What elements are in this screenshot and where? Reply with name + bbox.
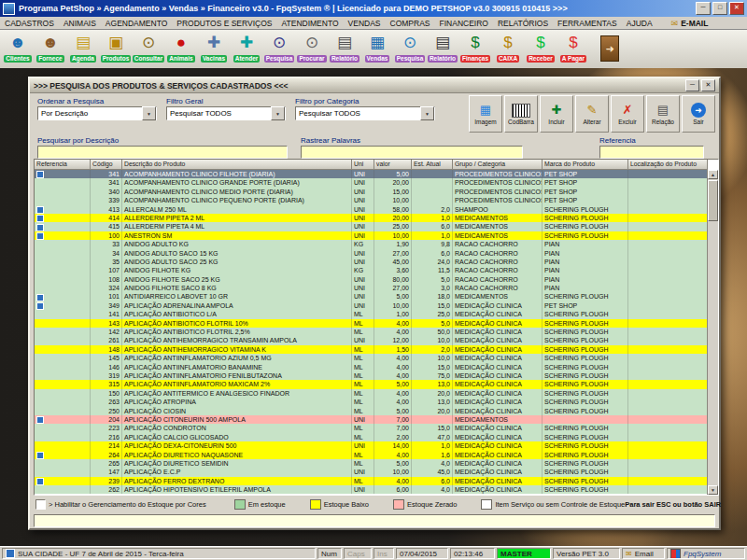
- menu-item-ferramentas[interactable]: FERRAMENTAS: [553, 19, 622, 28]
- action-button-imagem[interactable]: ▦Imagem: [469, 95, 502, 133]
- action-button-codbarra[interactable]: CodBarra: [504, 95, 538, 133]
- table-row[interactable]: 339ACOMPANHAMENTO CLINICO PEQUENO PORTE …: [35, 196, 718, 204]
- table-row[interactable]: 415ALLERDERM PIPETA 4 MLUNI25,006,0MEDIC…: [35, 222, 718, 231]
- table-row[interactable]: 216APLICAÇÃO CALCIO GLICOSADOML2,0047,0M…: [35, 433, 718, 441]
- table-row[interactable]: 261APLICAÇÃO ANTIHEMORRAGICO TRANSAMIN A…: [35, 336, 718, 344]
- menu-item-vendas[interactable]: VENDAS: [344, 19, 386, 28]
- menu-item-cadastros[interactable]: CADASTROS: [0, 19, 59, 28]
- table-row[interactable]: 107ANIDOG FILHOTE KGKG3,6011,5RACAO CACH…: [35, 266, 718, 274]
- toolbar-button-financas[interactable]: $Finanças: [459, 31, 491, 68]
- chevron-down-icon[interactable]: ▼: [142, 106, 156, 120]
- action-button-sair[interactable]: ➜Sair: [682, 95, 715, 133]
- table-row[interactable]: 341ACOMPANHAMENTO CLINICO FILHOTE (DIARI…: [35, 170, 718, 178]
- menu-item-animais[interactable]: ANIMAIS: [59, 19, 101, 28]
- table-row[interactable]: 414ALLERDERM PIPETA 2 MLUNI20,001,0MEDIC…: [35, 214, 718, 222]
- status-panel-email[interactable]: ✉Email: [622, 548, 665, 559]
- table-row[interactable]: 148APLICAÇÃO ANTIHEMORRAGICO VITAMINA KM…: [35, 345, 718, 354]
- table-row[interactable]: 147APLICAÇÃO E.C.PUNI10,0045,0MEDICAÇÃO …: [35, 468, 718, 476]
- table-row[interactable]: 34ANIDOG ADULTO SACO 15 KGUNI27,006,0RAC…: [35, 249, 718, 258]
- table-row[interactable]: 143APLICAÇÃO ANTIBIOTICO FLOTRIL 10%ML4,…: [35, 319, 718, 328]
- table-row[interactable]: 145APLICAÇÃO ANTIINFLAMATORIO AZIUM 0,5 …: [35, 354, 718, 362]
- menu-item-atendimento[interactable]: ATENDIMENTO: [276, 19, 343, 28]
- toolbar-button-pesquisa[interactable]: ⊙Pesquisa: [263, 31, 295, 68]
- table-row[interactable]: 33ANIDOG ADULTO KGKG1,909,8RACAO CACHORR…: [35, 240, 718, 248]
- menu-item-financeiro[interactable]: FINANCEIRO: [435, 19, 493, 28]
- table-row[interactable]: 150APLICAÇÃO ANTITERMICO E ANALGESICO FI…: [35, 389, 718, 398]
- column-header-uni[interactable]: Uni: [352, 160, 374, 170]
- toolbar-button-pesquisa[interactable]: ⊙Pesquisa: [394, 31, 426, 68]
- toolbar-button-sair[interactable]: ➜: [596, 31, 624, 66]
- toolbar-button-atender[interactable]: ✚Atender: [231, 31, 262, 68]
- column-header-localizacao-do-produto[interactable]: Localização do Produto: [628, 160, 708, 170]
- toolbar-button-clientes[interactable]: ☻Clientes: [2, 31, 34, 68]
- toolbar-button-produtos[interactable]: ▣Produtos: [100, 31, 132, 68]
- close-button[interactable]: ✕: [729, 2, 744, 15]
- table-row[interactable]: 35ANIDOG ADULTO SACO 25 KGUNI45,0024,0RA…: [35, 258, 718, 266]
- menu-item-agendamento[interactable]: AGENDAMENTO: [101, 19, 172, 28]
- table-row[interactable]: 262APLICAÇÃO HIPOTENSIVO ETILEFRIL AMPOL…: [35, 485, 718, 494]
- table-row[interactable]: 250APLICAÇÃO CIOSINML5,0020,0MEDICAÇÃO C…: [35, 407, 718, 415]
- minimize-button[interactable]: ─: [696, 2, 711, 15]
- chevron-down-icon[interactable]: ▼: [271, 106, 285, 120]
- dialog-close-button[interactable]: ✕: [701, 79, 715, 91]
- table-row[interactable]: 108ANIDOG FILHOTE SACO 25 KGUNI80,005,0R…: [35, 275, 718, 284]
- table-row[interactable]: 214APLICAÇÃO DEXA-CITONEURIN 500UNI14,00…: [35, 441, 718, 450]
- toolbar-button-procurar[interactable]: ⊙Procurar: [296, 31, 328, 68]
- action-button-excluir[interactable]: ✗Excluir: [611, 95, 644, 133]
- table-row[interactable]: 341ACOMPANHAMENTO CLINICO GRANDE PORTE (…: [35, 178, 718, 187]
- scroll-up-icon[interactable]: ▲: [708, 170, 718, 179]
- table-row[interactable]: 239APLICAÇÃO FERRO DEXTRANOML4,006,0MEDI…: [35, 477, 718, 485]
- dialog-minimize-button[interactable]: ─: [685, 79, 699, 91]
- column-header-referencia[interactable]: Referencia: [35, 160, 91, 170]
- scrollbar-thumb[interactable]: [708, 180, 718, 221]
- table-row[interactable]: 265APLICAÇÃO DIURETICO SEMIDINML5,004,0M…: [35, 459, 718, 468]
- table-row[interactable]: 340ACOMPANHAMENTO CLINICO MEDIO PORTE (D…: [35, 188, 718, 196]
- description-search-input[interactable]: [37, 146, 288, 159]
- toolbar-button-vendas[interactable]: ▦Vendas: [361, 31, 393, 68]
- chevron-down-icon[interactable]: ▼: [420, 106, 434, 120]
- toolbar-button-caixa[interactable]: $CAIXA: [492, 31, 524, 68]
- table-row[interactable]: 319APLICAÇÃO ANTIINFLAMATORIO FENILBUTAZ…: [35, 371, 718, 380]
- toolbar-button-a-pagar[interactable]: $A Pagar: [557, 31, 589, 68]
- toolbar-button-animais[interactable]: ●Animais: [165, 31, 197, 68]
- table-row[interactable]: 100ANESTRON SMUNI10,001,0MEDICAMENTOSSCH…: [35, 231, 718, 240]
- action-button-alterar[interactable]: ✎Alterar: [575, 95, 609, 133]
- table-row[interactable]: 315APLICAÇÃO ANTIINFLAMATORIO MAXICAM 2%…: [35, 380, 718, 388]
- stock-colors-checkbox[interactable]: [35, 499, 46, 510]
- table-row[interactable]: 204APLICAÇÃO CITONEURIN 500 AMPOLAUNI7,0…: [35, 415, 718, 424]
- toolbar-button-fornece[interactable]: ☻Fornece: [35, 31, 66, 68]
- table-row[interactable]: 141APLICAÇÃO ANTIBIOTICO L/AML1,0025,0ME…: [35, 310, 718, 318]
- column-header-marca-do-produto[interactable]: Marca do Produto: [543, 160, 628, 170]
- toolbar-button-relatorio[interactable]: ▤Relatório: [427, 31, 458, 68]
- reference-input[interactable]: [599, 146, 704, 159]
- general-filter-select[interactable]: Pesquisar TODOS ▼: [166, 106, 286, 120]
- word-track-input[interactable]: [301, 146, 523, 159]
- category-filter-select[interactable]: Pesquisar TODOS ▼: [295, 106, 435, 120]
- action-button-incluir[interactable]: ✚Incluir: [540, 95, 573, 133]
- order-filter-select[interactable]: Por Descrição ▼: [37, 106, 157, 120]
- menu-item-produtos-e-servicos[interactable]: PRODUTOS E SERVIÇOS: [172, 19, 276, 28]
- table-row[interactable]: 324ANIDOG FILHOTE SACO 8 KGUNI27,003,0RA…: [35, 284, 718, 292]
- toolbar-button-receber[interactable]: $Receber: [525, 31, 557, 68]
- menu-item-compras[interactable]: COMPRAS: [386, 19, 435, 28]
- column-header-descricao-do-produto[interactable]: Descrição do Produto: [122, 160, 352, 170]
- table-row[interactable]: 264APLICAÇÃO DIURETICO NAQUASONEML4,001,…: [35, 451, 718, 459]
- maximize-button[interactable]: □: [712, 2, 727, 15]
- column-header-valor[interactable]: valor: [374, 160, 412, 170]
- table-row[interactable]: 349APLICAÇÃO ADRENALINA AMPOLAUNI10,0015…: [35, 301, 718, 310]
- menu-email[interactable]: ✉E-MAIL: [667, 19, 713, 28]
- toolbar-button-vacinas[interactable]: ✚Vacinas: [198, 31, 230, 68]
- menu-item-relatorios[interactable]: RELATÓRIOS: [493, 19, 553, 28]
- table-row[interactable]: 146APLICAÇÃO ANTIINFLAMATORIO BANAMINEML…: [35, 363, 718, 371]
- column-header-grupo-categoria[interactable]: Grupo / Categoria: [453, 160, 543, 170]
- table-row[interactable]: 413ALLERCALM 250 MLUNI58,002,0SHAMPOOSCH…: [35, 205, 718, 214]
- table-row[interactable]: 223APLICAÇÃO CONDROTONML7,0015,0MEDICAÇÃ…: [35, 424, 718, 432]
- table-row[interactable]: 101ANTIDIARREICO LABOVET 10 GRUNI5,0018,…: [35, 292, 718, 301]
- table-row[interactable]: 142APLICAÇÃO ANTIBIOTICO FLOTRIL 2,5%ML4…: [35, 328, 718, 336]
- column-header-codigo[interactable]: Código: [91, 160, 122, 170]
- action-button-relacao[interactable]: ▤Relação: [646, 95, 680, 133]
- column-header-est-atual[interactable]: Est. Atual: [412, 160, 453, 170]
- vertical-scrollbar[interactable]: ▲ ▼: [707, 170, 718, 495]
- table-row[interactable]: 263APLICAÇÃO ATROPINAML4,0013,0MEDICAÇÃO…: [35, 398, 718, 406]
- scroll-down-icon[interactable]: ▼: [708, 485, 718, 495]
